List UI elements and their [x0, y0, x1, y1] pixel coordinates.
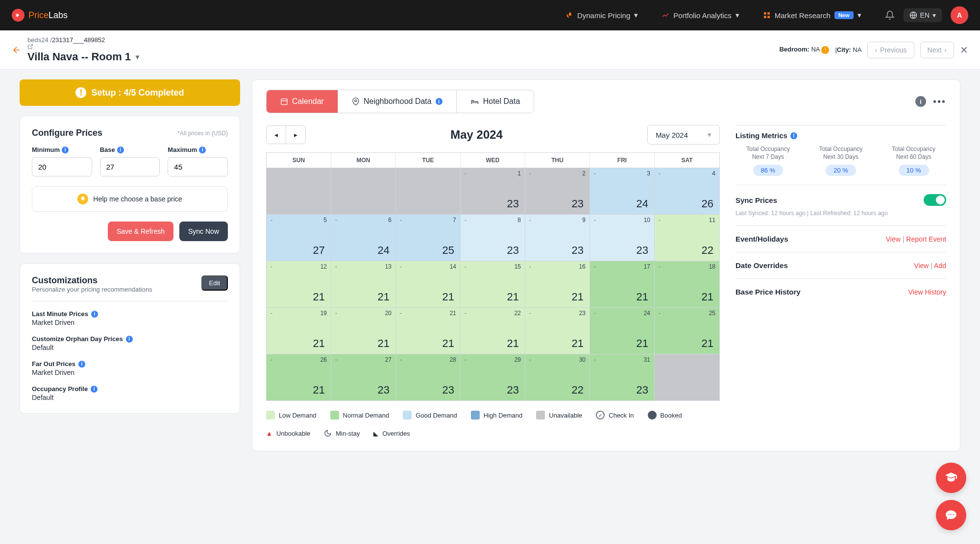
- customizations-subtitle: Personalize your pricing recommendations: [32, 286, 152, 293]
- setup-banner[interactable]: ! Setup : 4/5 Completed: [20, 79, 240, 106]
- chevron-down-icon: ▾: [136, 53, 139, 61]
- legend-high: High Demand: [471, 411, 523, 420]
- info-icon[interactable]: i: [91, 386, 98, 393]
- events-title: Event/Holidays: [735, 235, 788, 243]
- listing-metrics-title: Listing Metricsi: [735, 131, 946, 140]
- info-icon[interactable]: i: [199, 147, 206, 153]
- next-month-button[interactable]: ▸: [286, 126, 305, 144]
- calendar-cell[interactable]: -1023: [590, 214, 655, 261]
- month-nav: ◂ ▸: [266, 125, 306, 144]
- calendar-cell[interactable]: -426: [655, 168, 719, 214]
- save-refresh-button[interactable]: Save & Refresh: [108, 222, 173, 241]
- calendar-cell[interactable]: -1122: [655, 214, 719, 261]
- configure-prices-card: Configure Prices *All prices in (USD) Mi…: [20, 116, 240, 253]
- tabs: Calendar Neighborhood Data i Hotel Data: [266, 90, 534, 113]
- more-icon[interactable]: •••: [933, 96, 946, 107]
- sync-toggle[interactable]: [924, 194, 946, 206]
- back-arrow-icon[interactable]: [12, 45, 22, 55]
- day-header: WED: [461, 153, 525, 168]
- calendar-cell: [396, 168, 461, 214]
- svg-rect-5: [281, 99, 287, 105]
- overrides-add-link[interactable]: Add: [934, 262, 946, 270]
- new-badge: New: [834, 11, 854, 19]
- calendar-cell[interactable]: -3022: [525, 354, 590, 400]
- info-icon[interactable]: i: [915, 96, 926, 107]
- language-selector[interactable]: EN ▾: [904, 8, 942, 22]
- calendar-cell[interactable]: -1621: [525, 261, 590, 307]
- main: ! Setup : 4/5 Completed Configure Prices…: [0, 70, 980, 461]
- calendar-cell[interactable]: -1421: [396, 261, 461, 307]
- calendar-cell[interactable]: -223: [525, 168, 590, 214]
- calendar-cell[interactable]: -1821: [655, 261, 719, 307]
- info-icon[interactable]: i: [91, 311, 98, 318]
- calendar-cell[interactable]: -324: [590, 168, 655, 214]
- calendar-cell[interactable]: -2021: [331, 307, 396, 354]
- customization-item: Customize Orphan Day PricesiDefault: [32, 335, 228, 351]
- customizations-title: Customizations: [32, 275, 152, 286]
- bell-icon[interactable]: [885, 10, 895, 20]
- report-event-link[interactable]: Report Event: [906, 235, 946, 243]
- calendar-cell[interactable]: -527: [267, 214, 331, 261]
- overrides-view-link[interactable]: View: [914, 262, 929, 270]
- tab-calendar[interactable]: Calendar: [267, 90, 338, 113]
- legend-checkin: ✓Check In: [596, 411, 634, 420]
- next-button[interactable]: Next›: [920, 42, 954, 58]
- calendar-cell[interactable]: -2723: [331, 354, 396, 400]
- calendar-cell[interactable]: -2923: [461, 354, 525, 400]
- calendar-cell[interactable]: -624: [331, 214, 396, 261]
- month-selector[interactable]: May 2024 ▾: [647, 125, 720, 145]
- maximum-input[interactable]: [168, 157, 228, 176]
- prev-month-button[interactable]: ◂: [267, 126, 286, 144]
- calendar-cell[interactable]: -3123: [590, 354, 655, 400]
- calendar-cell[interactable]: -1321: [331, 261, 396, 307]
- day-header: SUN: [267, 153, 331, 168]
- logo-icon: [12, 9, 24, 22]
- calendar-cell[interactable]: -725: [396, 214, 461, 261]
- logo-text: PriceLabs: [28, 10, 68, 21]
- calendar-cell[interactable]: -923: [525, 214, 590, 261]
- view-history-link[interactable]: View History: [908, 288, 946, 296]
- nav-market-research[interactable]: Market Research New ▾: [763, 11, 861, 20]
- calendar-cell: [331, 168, 396, 214]
- day-header: TUE: [396, 153, 461, 168]
- calendar-cell[interactable]: -2823: [396, 354, 461, 400]
- calendar-cell[interactable]: -2321: [525, 307, 590, 354]
- calendar-cell[interactable]: -2521: [655, 307, 719, 354]
- chevron-down-icon: ▾: [708, 130, 711, 139]
- nav-dynamic-pricing[interactable]: Dynamic Pricing ▾: [565, 11, 638, 20]
- info-icon[interactable]: i: [790, 132, 797, 139]
- base-input[interactable]: [100, 157, 160, 176]
- chevron-down-icon: ▾: [634, 11, 638, 20]
- minimum-input[interactable]: [32, 157, 92, 176]
- external-link-icon[interactable]: [27, 44, 139, 49]
- calendar-cell[interactable]: -1921: [267, 307, 331, 354]
- previous-button[interactable]: ‹Previous: [867, 42, 914, 58]
- close-icon[interactable]: ✕: [960, 44, 968, 56]
- listing-title[interactable]: Villa Nava -- Room 1 ▾: [27, 50, 139, 63]
- calendar-cell[interactable]: -1721: [590, 261, 655, 307]
- legend-overrides: ◣Overrides: [373, 429, 410, 437]
- info-icon[interactable]: i: [126, 336, 133, 343]
- edit-button[interactable]: Edit: [201, 275, 228, 291]
- chevron-down-icon: ▾: [858, 11, 861, 20]
- avatar[interactable]: A: [951, 6, 968, 24]
- calendar-cell[interactable]: -2621: [267, 354, 331, 400]
- info-icon[interactable]: i: [117, 147, 124, 153]
- warning-badge: !: [821, 46, 829, 54]
- calendar-cell[interactable]: -823: [461, 214, 525, 261]
- sync-now-button[interactable]: Sync Now: [179, 222, 228, 241]
- calendar-cell[interactable]: -2421: [590, 307, 655, 354]
- calendar-cell[interactable]: -2121: [396, 307, 461, 354]
- logo[interactable]: PriceLabs: [12, 9, 68, 22]
- help-choose-base-button[interactable]: Help me choose a base price: [32, 186, 228, 212]
- info-icon[interactable]: i: [62, 147, 69, 153]
- calendar-cell[interactable]: -1221: [267, 261, 331, 307]
- events-view-link[interactable]: View: [886, 235, 901, 243]
- nav-portfolio-analytics[interactable]: Portfolio Analytics ▾: [662, 11, 739, 20]
- calendar-cell[interactable]: -1521: [461, 261, 525, 307]
- calendar-cell[interactable]: -2221: [461, 307, 525, 354]
- tab-hotel[interactable]: Hotel Data: [457, 90, 534, 113]
- info-icon[interactable]: i: [78, 361, 85, 368]
- calendar-cell[interactable]: -123: [461, 168, 525, 214]
- tab-neighborhood[interactable]: Neighborhood Data i: [338, 90, 457, 113]
